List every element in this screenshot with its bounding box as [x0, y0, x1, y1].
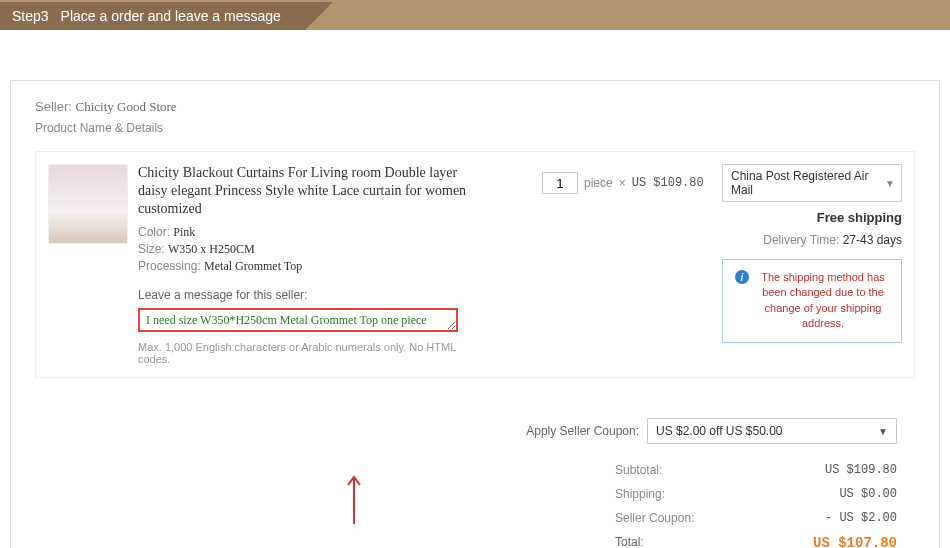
- seller-message-input[interactable]: [138, 308, 458, 332]
- product-info: Chicity Blackout Curtains For Living roo…: [138, 164, 488, 365]
- product-title: Chicity Blackout Curtains For Living roo…: [138, 164, 488, 219]
- seller-line: Seller: Chicity Good Store: [35, 99, 915, 115]
- coupon-select[interactable]: US $2.00 off US $50.00 ▼: [647, 418, 897, 444]
- chevron-down-icon: ▼: [878, 425, 888, 436]
- step-header: Step3 Place a order and leave a message: [0, 0, 950, 30]
- notice-text: The shipping method has been changed due…: [757, 270, 889, 332]
- coupon-line: Seller Coupon: - US $2.00: [35, 506, 897, 530]
- quantity-input[interactable]: [542, 172, 578, 194]
- total-value: US $107.80: [813, 535, 897, 548]
- product-thumbnail[interactable]: [48, 164, 128, 244]
- step-title: Place a order and leave a message: [61, 8, 281, 24]
- coupon-row: Apply Seller Coupon: US $2.00 off US $50…: [35, 418, 897, 444]
- step-number: Step3: [12, 8, 49, 24]
- attr-processing: Processing: Metal Grommet Top: [138, 259, 488, 274]
- right-column: piece × US $109.80 China Post Registered…: [542, 164, 902, 365]
- seller-name: Chicity Good Store: [75, 99, 176, 114]
- seller-label: Seller:: [35, 99, 72, 114]
- total-line: Total: US $107.80: [35, 530, 897, 548]
- product-details-label: Product Name & Details: [35, 121, 915, 135]
- subtotal-line: Subtotal: US $109.80: [35, 458, 897, 482]
- leave-message-label: Leave a message for this seller:: [138, 288, 488, 302]
- times-symbol: ×: [619, 176, 626, 190]
- attr-size: Size: W350 x H250CM: [138, 242, 488, 257]
- coupon-label: Apply Seller Coupon:: [526, 424, 639, 438]
- order-container: Seller: Chicity Good Store Product Name …: [10, 80, 940, 548]
- quantity-unit: piece: [584, 176, 613, 190]
- message-hint: Max. 1,000 English characters or Arabic …: [138, 341, 488, 365]
- product-row: Chicity Blackout Curtains For Living roo…: [35, 151, 915, 378]
- free-shipping-label: Free shipping: [542, 210, 902, 225]
- chevron-down-icon: ▼: [885, 178, 895, 189]
- totals-section: Apply Seller Coupon: US $2.00 off US $50…: [35, 418, 915, 548]
- shipping-notice: i The shipping method has been changed d…: [722, 259, 902, 343]
- leave-message-section: Leave a message for this seller: Max. 1,…: [138, 288, 488, 365]
- attr-color: Color: Pink: [138, 225, 488, 240]
- line-price: US $109.80: [632, 176, 704, 190]
- shipping-method-select[interactable]: China Post Registered Air Mail ▼: [722, 164, 902, 202]
- info-icon: i: [735, 270, 749, 284]
- shipping-line: Shipping: US $0.00: [35, 482, 897, 506]
- quantity-row: piece × US $109.80 China Post Registered…: [542, 164, 902, 202]
- delivery-time: Delivery Time: 27-43 days: [542, 233, 902, 247]
